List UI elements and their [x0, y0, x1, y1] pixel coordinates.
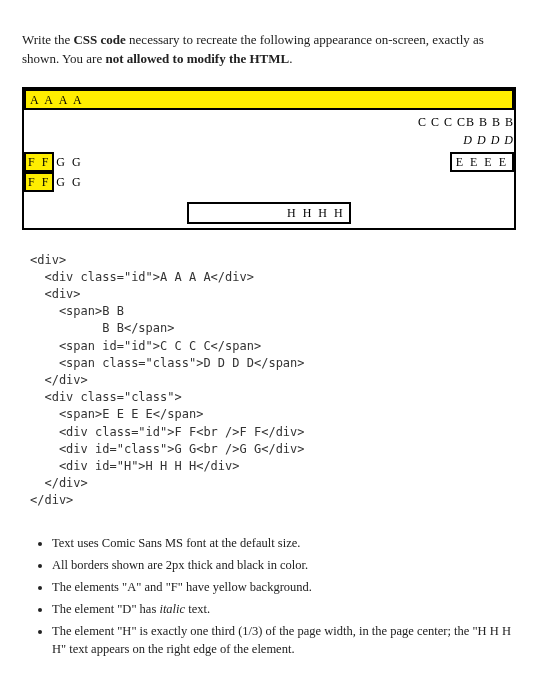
element-a: A A A A — [24, 89, 514, 110]
html-code: <div> <div class="id">A A A A</div> <div… — [30, 253, 305, 508]
note-item: Text uses Comic Sans MS font at the defa… — [52, 534, 518, 552]
fg-group: F F G G F F G G — [24, 152, 128, 192]
row-bc: C C C CB B B B D D D D — [24, 110, 514, 152]
element-c-b: C C C CB B B B — [418, 114, 514, 131]
element-e: E E E E — [450, 152, 514, 172]
appearance-mock: A A A A C C C CB B B B D D D D F F G G F… — [22, 87, 516, 230]
element-f-line1: F F — [24, 152, 54, 172]
notes-list: Text uses Comic Sans MS font at the defa… — [52, 534, 518, 659]
intro-text-1: Write the — [22, 32, 73, 47]
element-g-line2: G G — [54, 172, 84, 192]
row-h: H H H H — [24, 202, 514, 228]
note-item: The element "D" has italic text. — [52, 600, 518, 618]
html-code-block: <div> <div class="id">A A A A</div> <div… — [30, 252, 518, 510]
element-f-line2: F F — [24, 172, 54, 192]
element-h: H H H H — [187, 202, 350, 224]
note-item: The elements "A" and "F" have yellow bac… — [52, 578, 518, 596]
row-efg: F F G G F F G G E E E E — [24, 152, 514, 202]
note-item: All borders shown are 2px thick and blac… — [52, 556, 518, 574]
instructions-paragraph: Write the CSS code necessary to recreate… — [22, 31, 518, 69]
intro-bold-1: CSS code — [73, 32, 125, 47]
intro-bold-2: not allowed to modify the HTML — [105, 51, 289, 66]
note-item: The element "H" is exactly one third (1/… — [52, 622, 518, 658]
intro-text-3: . — [289, 51, 292, 66]
element-d: D D D D — [463, 132, 514, 149]
element-g-line1: G G — [54, 152, 84, 172]
